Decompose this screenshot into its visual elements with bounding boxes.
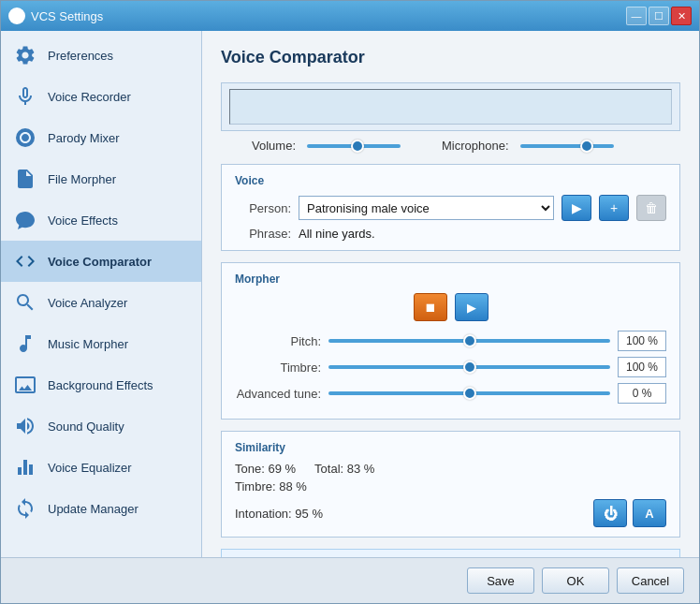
timbre-sim-label: Timbre: bbox=[235, 479, 276, 494]
morpher-section: Morpher ⏹ ▶ Pitch: 100 % Timbre: bbox=[221, 262, 680, 420]
timbre-row: Timbre: 100 % bbox=[235, 357, 666, 377]
titlebar-controls: — ☐ ✕ bbox=[626, 7, 692, 25]
main-window: 🎙 VCS Settings — ☐ ✕ Preferences Voice R… bbox=[0, 0, 700, 604]
phrase-label: Phrase: bbox=[235, 227, 291, 241]
pitch-value: 100 % bbox=[618, 331, 666, 351]
svg-point-0 bbox=[16, 128, 35, 147]
intonation-value: 95 % bbox=[295, 507, 323, 521]
parody-mixer-icon bbox=[12, 125, 38, 151]
sidebar-item-voice-analyzer-label: Voice Analyzer bbox=[48, 296, 127, 310]
a-sim-button[interactable]: A bbox=[633, 499, 666, 527]
sidebar-item-voice-comparator[interactable]: Voice Comparator bbox=[1, 241, 201, 282]
sidebar-item-background-effects-label: Background Effects bbox=[48, 378, 153, 392]
sidebar-item-music-morpher-label: Music Morpher bbox=[48, 337, 128, 351]
voice-section: Voice Person: Patronising male voice ▶ +… bbox=[221, 164, 680, 251]
advanced-tune-value: 0 % bbox=[618, 383, 666, 404]
play-voice-button[interactable]: ▶ bbox=[561, 195, 591, 221]
minimize-button[interactable]: — bbox=[626, 7, 647, 25]
sidebar-item-sound-quality-label: Sound Quality bbox=[48, 420, 124, 434]
total-label: Total: bbox=[314, 462, 343, 476]
sidebar-item-parody-mixer-label: Parody Mixer bbox=[48, 131, 120, 145]
voice-effects-icon bbox=[12, 207, 38, 233]
voice-section-label: Voice bbox=[235, 174, 666, 187]
timbre-slider[interactable] bbox=[328, 365, 610, 369]
stop-morph-button[interactable]: ⏹ bbox=[414, 293, 447, 321]
play-icon: ▶ bbox=[572, 200, 582, 215]
page-title: Voice Comparator bbox=[221, 48, 680, 67]
maximize-button[interactable]: ☐ bbox=[649, 7, 669, 25]
sidebar-item-preferences[interactable]: Preferences bbox=[1, 35, 201, 76]
sidebar-item-background-effects[interactable]: Background Effects bbox=[1, 364, 201, 405]
microphone-slider[interactable] bbox=[520, 144, 614, 148]
timbre-sim-value: 88 % bbox=[279, 479, 307, 494]
sidebar-item-voice-analyzer[interactable]: Voice Analyzer bbox=[1, 282, 201, 323]
sidebar-item-voice-equalizer[interactable]: Voice Equalizer bbox=[1, 447, 201, 488]
voice-analyzer-icon bbox=[12, 289, 38, 316]
save-button[interactable]: Save bbox=[467, 567, 534, 594]
sidebar-item-update-manager[interactable]: Update Manager bbox=[1, 488, 201, 529]
sidebar-item-music-morpher[interactable]: Music Morpher bbox=[1, 323, 201, 364]
delete-voice-button[interactable]: 🗑 bbox=[636, 195, 666, 221]
volume-label: Volume: bbox=[230, 139, 296, 153]
similarity-buttons: ⏻ A bbox=[593, 499, 666, 527]
stop-icon: ⏹ bbox=[424, 301, 436, 315]
voice-recorder-icon bbox=[12, 83, 38, 110]
voice-equalizer-icon bbox=[12, 454, 38, 480]
sidebar-item-preferences-label: Preferences bbox=[48, 49, 113, 63]
sound-quality-icon bbox=[12, 413, 38, 439]
similarity-section-label: Similarity bbox=[235, 441, 666, 454]
music-morpher-icon bbox=[12, 331, 38, 357]
sidebar-item-voice-effects-label: Voice Effects bbox=[48, 214, 118, 228]
total-item: Total: 83 % bbox=[314, 462, 374, 476]
pitch-row: Pitch: 100 % bbox=[235, 331, 666, 351]
voice-comparator-icon bbox=[12, 248, 38, 274]
play-morph-icon: ▶ bbox=[467, 301, 476, 315]
background-effects-icon bbox=[12, 372, 38, 398]
microphone-label: Microphone: bbox=[442, 139, 509, 153]
person-row: Person: Patronising male voice ▶ + 🗑 bbox=[235, 195, 666, 221]
phrase-row: Phrase: All nine yards. bbox=[235, 227, 666, 241]
update-manager-icon bbox=[12, 495, 38, 522]
titlebar-title: VCS Settings bbox=[31, 9, 103, 23]
footer: Save OK Cancel bbox=[1, 557, 699, 603]
titlebar-left: 🎙 VCS Settings bbox=[8, 7, 103, 24]
timbre-sim-row: Timbre: 88 % bbox=[235, 479, 666, 494]
ok-button[interactable]: OK bbox=[542, 567, 609, 594]
pitch-label: Pitch: bbox=[235, 334, 328, 348]
preferences-icon bbox=[12, 42, 38, 68]
similarity-section: Similarity Tone: 69 % Total: 83 % bbox=[221, 431, 680, 538]
advanced-tune-row: Advanced tune: 0 % bbox=[235, 383, 666, 404]
add-icon: + bbox=[610, 200, 618, 215]
volume-slider[interactable] bbox=[307, 144, 401, 148]
advanced-tune-slider[interactable] bbox=[328, 391, 610, 395]
delete-icon: 🗑 bbox=[645, 200, 658, 215]
person-select[interactable]: Patronising male voice bbox=[299, 196, 554, 220]
file-morpher-icon bbox=[12, 166, 38, 192]
main-panel: Voice Comparator Volume: Microphone: Voi… bbox=[202, 31, 699, 557]
morpher-section-label: Morpher bbox=[235, 273, 666, 286]
tone-value: 69 % bbox=[268, 462, 296, 476]
play-morph-button[interactable]: ▶ bbox=[455, 293, 489, 321]
add-voice-button[interactable]: + bbox=[599, 195, 629, 221]
sidebar-item-voice-recorder[interactable]: Voice Recorder bbox=[1, 76, 201, 117]
intonation-item: Intonation: 95 % bbox=[235, 507, 323, 521]
sidebar: Preferences Voice Recorder Parody Mixer … bbox=[1, 31, 202, 557]
sidebar-item-sound-quality[interactable]: Sound Quality bbox=[1, 405, 201, 447]
intonation-row: Intonation: 95 % ⏻ A bbox=[235, 499, 666, 527]
sidebar-item-voice-effects[interactable]: Voice Effects bbox=[1, 199, 201, 241]
similarity-top-row: Tone: 69 % Total: 83 % bbox=[235, 462, 666, 476]
timbre-sim-item: Timbre: 88 % bbox=[235, 479, 307, 494]
phrase-text: All nine yards. bbox=[299, 227, 375, 241]
sidebar-item-file-morpher[interactable]: File Morpher bbox=[1, 158, 201, 199]
pitch-slider[interactable] bbox=[328, 339, 610, 343]
power-sim-button[interactable]: ⏻ bbox=[593, 499, 627, 527]
cancel-button[interactable]: Cancel bbox=[617, 567, 684, 594]
advanced-tune-label: Advanced tune: bbox=[235, 387, 328, 401]
close-button[interactable]: ✕ bbox=[671, 7, 692, 25]
sidebar-item-update-manager-label: Update Manager bbox=[48, 502, 139, 516]
total-value: 83 % bbox=[347, 462, 375, 476]
person-label: Person: bbox=[235, 201, 291, 215]
sidebar-item-parody-mixer[interactable]: Parody Mixer bbox=[1, 117, 201, 158]
timbre-label: Timbre: bbox=[235, 361, 328, 375]
timbre-value: 100 % bbox=[618, 357, 666, 377]
